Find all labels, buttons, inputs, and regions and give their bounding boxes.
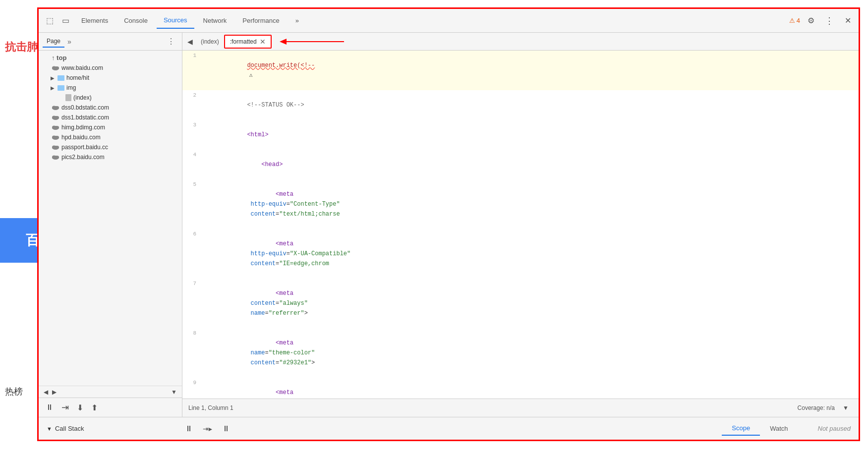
step-into-button[interactable]: ⬇ — [75, 402, 85, 413]
cloud-icon — [52, 134, 59, 140]
tab-index[interactable]: (index) — [196, 36, 224, 47]
tree-item-label: dss0.bdstatic.com — [61, 104, 109, 111]
code-attr: content — [247, 211, 276, 218]
code-value: "X-UA-Compatible" — [290, 250, 350, 257]
callstack-label-text: Call Stack — [55, 425, 84, 432]
sidebar-scroll-down[interactable]: ▼ — [169, 388, 179, 397]
svg-point-11 — [55, 126, 59, 129]
code-tag: <head> — [261, 161, 283, 168]
line-number: 5 — [182, 179, 200, 189]
line-content: <meta content="always" name="referrer"> — [200, 279, 859, 328]
line-content: <meta http-equiv="X-UA-Compatible" conte… — [200, 229, 859, 279]
line-number: 1 — [182, 51, 200, 60]
list-item[interactable]: dss1.bdstatic.com — [39, 113, 182, 122]
step-over-button[interactable]: ⇥ — [59, 401, 71, 414]
sidebar-tab-bar: Page » ⋮ — [39, 33, 182, 51]
not-paused-label: Not paused — [818, 425, 851, 432]
line-content: <html> — [200, 120, 859, 150]
code-attr: content — [247, 300, 276, 307]
tab-more[interactable]: » — [289, 13, 306, 28]
devtools-bottom-bar: ▼ Call Stack ⏸ ⇥▸ ⏸ Scope Watch Not paus… — [39, 417, 859, 440]
line-number: 3 — [182, 120, 200, 130]
sidebar-tree: ↑ top www.baidu.com ▶ home/hit — [39, 51, 182, 386]
code-tag: <meta — [276, 240, 293, 247]
sidebar-more-tabs[interactable]: » — [64, 37, 74, 47]
file-icon — [65, 94, 71, 101]
step-out-button[interactable]: ⬆ — [89, 402, 100, 413]
watch-tab[interactable]: Watch — [760, 421, 798, 436]
code-line: 6 <meta http-equiv="X-UA-Compatible" con… — [182, 229, 859, 279]
line-number: 9 — [182, 378, 200, 388]
tab-close-button[interactable]: ✕ — [260, 38, 266, 46]
code-value: "IE=edge,chrom — [279, 260, 329, 267]
list-item[interactable]: passport.baidu.cc — [39, 142, 182, 152]
callstack-section: ▼ Call Stack — [47, 425, 84, 432]
cloud-icon — [52, 154, 59, 160]
tab-formatted[interactable]: :formatted ✕ — [224, 35, 272, 49]
list-item[interactable]: pics2.baidu.com — [39, 152, 182, 162]
list-item[interactable]: ↑ top — [39, 53, 182, 63]
tab-network[interactable]: Network — [196, 13, 234, 28]
cloud-icon — [52, 144, 59, 150]
list-item[interactable]: www.baidu.com — [39, 63, 182, 73]
code-value: "referrer" — [269, 310, 304, 317]
tree-item-label: passport.baidu.cc — [61, 144, 108, 151]
tree-item-label: himg.bdimg.com — [61, 124, 105, 131]
line-content: <!--STATUS OK--> — [200, 90, 859, 120]
settings-button[interactable]: ⚙ — [804, 14, 818, 28]
tree-item-label: (index) — [73, 94, 92, 101]
code-line: 8 <meta name="theme-color" content="#293… — [182, 328, 859, 378]
step-into-btn[interactable]: ⏸ — [220, 423, 232, 434]
editor-back-button[interactable]: ◀ — [184, 36, 196, 48]
list-item[interactable]: hpd.baidu.com — [39, 132, 182, 142]
code-line: 4 <head> — [182, 150, 859, 179]
list-item[interactable]: (index) — [39, 93, 182, 103]
debugger-controls: ⏸ ⇥▸ ⏸ — [183, 423, 232, 434]
folder-icon — [58, 75, 64, 81]
cursor-position: Line 1, Column 1 — [188, 404, 233, 411]
tab-console[interactable]: Console — [117, 13, 155, 28]
sidebar-tab-page[interactable]: Page — [43, 36, 64, 48]
code-attr: http-equiv — [247, 201, 286, 208]
list-item[interactable]: himg.bdimg.com — [39, 122, 182, 132]
tab-elements[interactable]: Elements — [74, 13, 115, 28]
code-value: "text/html;charse — [279, 211, 340, 218]
list-item[interactable]: ▶ img — [39, 83, 182, 93]
tree-arrow: ▶ — [51, 75, 58, 81]
svg-point-8 — [55, 116, 59, 119]
cloud-icon — [52, 124, 59, 130]
code-attr: content — [247, 260, 276, 267]
step-over-btn[interactable]: ⇥▸ — [201, 423, 214, 434]
code-editor[interactable]: 1 document.write(<!-- ⚠ 2 <!--STATUS OK-… — [182, 51, 859, 399]
more-menu-button[interactable]: ⋮ — [822, 13, 837, 28]
sidebar-scroll-right[interactable]: ▶ — [50, 388, 58, 397]
formatted-indicator-arrow — [280, 38, 344, 46]
callstack-arrow-icon: ▼ — [47, 426, 52, 432]
code-tag: <meta — [276, 389, 293, 396]
tree-item-label: pics2.baidu.com — [61, 154, 105, 161]
line-content: <meta http-equiv="Content-Type" content=… — [200, 179, 859, 229]
code-value: "theme-color" — [269, 349, 315, 356]
list-item[interactable]: ▶ home/hit — [39, 73, 182, 83]
editor-area: ◀ (index) :formatted ✕ — [182, 33, 859, 417]
sidebar-menu-button[interactable]: ⋮ — [164, 36, 178, 47]
warning-count: 4 — [797, 17, 800, 24]
code-line: 7 <meta content="always" name="referrer"… — [182, 279, 859, 328]
line-content: <meta name="theme-color" content="#2932e… — [200, 328, 859, 378]
tab-performance[interactable]: Performance — [235, 13, 286, 28]
line-number: 8 — [182, 328, 200, 338]
coverage-drawer-button[interactable]: ▼ — [839, 401, 853, 415]
code-value: "always" — [279, 300, 308, 307]
pause-button[interactable]: ⏸ — [44, 402, 56, 413]
line-number: 4 — [182, 150, 200, 160]
sidebar-scroll-left[interactable]: ◀ — [42, 388, 50, 397]
list-item[interactable]: dss0.bdstatic.com — [39, 103, 182, 113]
mobile-tool-button[interactable]: ▭ — [58, 14, 72, 28]
close-devtools-button[interactable]: ✕ — [841, 14, 855, 28]
cursor-tool-button[interactable]: ⬚ — [43, 14, 57, 28]
code-comment: <!--STATUS OK--> — [247, 102, 304, 109]
tab-sources[interactable]: Sources — [157, 12, 194, 29]
scope-tab[interactable]: Scope — [722, 421, 760, 436]
resume-button[interactable]: ⏸ — [183, 423, 195, 434]
tree-arrow: ▶ — [51, 85, 58, 91]
